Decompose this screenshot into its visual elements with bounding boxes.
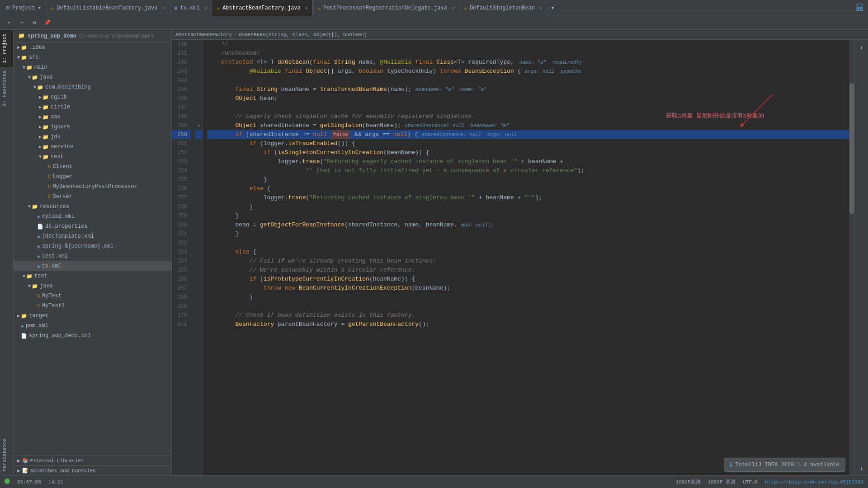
project-side-label[interactable]: 1: Project [0,30,13,67]
tree-item-cycle2[interactable]: ▶ ◈ cycle2.xml [14,211,171,221]
tree-item-com-mashibing[interactable]: ▼ 📁 com.masihibing [14,82,171,92]
java-file-icon-3: ☕ [317,5,321,11]
tree-item-iml[interactable]: ▶ 📄 spring_aop_demo.iml [14,331,171,341]
status-bar: 02:07:08 14:21 1080P高清 1080P 高清 UTF-8 ht… [0,475,868,488]
tree-item-service[interactable]: ▶ 📁 service [14,142,171,152]
tab-close-0[interactable]: ✕ [162,5,165,11]
scroll-bottom-btn[interactable]: ⬇ [855,463,868,475]
project-path: C:\Users\p'c\Desktop\spri [79,33,154,39]
recording-time: 02:07:08 [17,479,41,485]
encoding-label[interactable]: 1080P高清 [676,479,701,485]
tree-item-mybeanfactory[interactable]: ▶ C MyBeanFactoryPostProcessor [14,182,171,192]
favorites-side-label[interactable]: 2: Favorites [0,67,13,110]
logo-icon: 🏛 [855,3,864,14]
scrollbar-thumb[interactable] [849,83,854,214]
code-line-253: logger.trace("Returning eagerly cached i… [207,157,854,166]
debug-242: name: "a" requiredTy [519,58,582,67]
project-panel: 📁 spring_aop_demo C:\Users\p'c\Desktop\s… [14,30,172,475]
tree-item-test-src[interactable]: ▼ 📁 test [14,271,171,281]
tree-item-pom[interactable]: ▶ ◈ pom.xml [14,321,171,331]
tree-item-circle[interactable]: ▶ 📁 circle [14,102,171,112]
toolbar: ↩ ↪ ⚙ 📌 [0,16,868,30]
status-indicator [5,479,10,485]
tree-item-test-java[interactable]: ▼ 📁 java [14,281,171,291]
project-tree: ▶ 📁 .idea ▼ 📁 src ▼ 📁 main [14,42,171,455]
code-line-249: Object sharedInstance = getSingleton(bea… [207,121,854,130]
tree-item-testxml[interactable]: ▶ ◈ test.xml [14,251,171,261]
tree-item-logger[interactable]: ▶ C Logger [14,172,171,182]
tab-default-singleton[interactable]: ☕ DefaultSingletonBean ✕ [459,0,547,16]
vertical-scrollbar[interactable] [849,40,854,475]
code-line-241: /unchecked/ [207,49,854,58]
main-row: 1: Project 2: Favorites Persistence 📁 sp… [0,30,868,475]
url-label[interactable]: https://blog.csdn.net/qq_45100390 [765,479,863,485]
info-icon: ℹ [730,461,732,469]
code-line-242: protected <T> T doGetBean(final String n… [207,58,854,67]
intellij-notification[interactable]: ℹ IntelliJ IDEA 2020.1.4 available [724,458,845,472]
tree-item-dao[interactable]: ▶ 📁 dao [14,112,171,122]
debug-260: mbd: null); [461,221,494,230]
breadcrumb: AbstractBeanFactory › doGetBean(String, … [172,30,868,40]
tree-item-client[interactable]: ▶ C Client [14,162,171,172]
debug-249: sharedInstance: null beanName: "a" [405,121,509,130]
bc-abstractbean: AbstractBeanFactory [175,32,232,38]
external-libraries[interactable]: ▶ 📚 External Libraries [14,455,171,465]
code-line-263: else { [207,248,854,257]
tree-item-src[interactable]: ▼ 📁 src [14,52,171,62]
scratches-consoles[interactable]: ▶ 📝 Scratches and Consoles [14,465,171,475]
tab-close-1[interactable]: ✕ [204,5,207,11]
scroll-top-btn[interactable]: ⬆ [855,42,868,54]
project-folder-icon: 📁 [18,33,25,39]
settings-btn[interactable]: ⚙ [29,18,40,28]
notification-text: IntelliJ IDEA 2020.1.4 available [736,462,840,468]
tab-abstract-bean[interactable]: ☕ AbstractBeanFactory.java ✕ [212,0,313,16]
right-panel: ⬆ ⬇ [854,40,868,475]
tab-close-2[interactable]: ✕ [305,5,308,11]
tree-item-cglib[interactable]: ▶ 📁 cglib [14,92,171,102]
tree-item-main[interactable]: ▼ 📁 main [14,62,171,72]
code-lines[interactable]: */ /unchecked/ protected <T> T doGetBean… [203,40,854,475]
tree-item-target[interactable]: ▶ 📁 target [14,311,171,321]
tab-post-processor[interactable]: ☕ PostProcessorRegistrationDelegate.java… [313,0,459,16]
tree-item-jdk[interactable]: ▶ 📁 jdk [14,132,171,142]
tree-item-txxml[interactable]: ▶ ◈ tx.xml [14,261,171,271]
tree-item-java[interactable]: ▼ 📁 java [14,72,171,82]
project-dropdown-icon[interactable]: ▾ [38,5,41,11]
java-file-icon: ☕ [51,5,54,11]
tree-item-jdbctemplate[interactable]: ▶ ◈ jdbcTemplate.xml [14,231,171,241]
code-line-251: if (logger.isTraceEnabled()) { [207,139,854,148]
code-line-252: if (isSingletonCurrentlyInCreation(beanN… [207,148,854,157]
forward-btn[interactable]: ↪ [16,18,27,28]
code-line-278: // Check if bean definition exists in th… [207,311,854,320]
tree-item-ignore[interactable]: ▶ 📁 ignore [14,122,171,132]
code-line-245: final String beanName = transformedBeanN… [207,85,854,94]
more-tabs-button[interactable]: ▾ [547,4,558,12]
tree-item-mytest[interactable]: ▶ C MyTest [14,291,171,301]
code-content: 240 241 242 243 244 245 246 247 248 249 … [172,40,868,475]
tree-item-idea[interactable]: ▶ 📁 .idea [14,42,171,52]
code-line-265: // We're assumably within a circular ref… [207,266,854,275]
code-line-264: // Fail if we're already creating this b… [207,257,854,266]
code-line-246: Object bean; [207,94,854,103]
tree-item-resources[interactable]: ▼ 📁 resources [14,202,171,211]
tab-close-3[interactable]: ✕ [452,5,454,11]
tree-item-server[interactable]: ▶ C Server [14,192,171,202]
tree-item-test-folder[interactable]: ▼ 📁 test [14,152,171,162]
revert-btn[interactable]: ↩ [4,18,14,28]
code-line-262 [207,239,854,248]
pin-btn[interactable]: 📌 [42,18,52,28]
tab-bar: ⊞ Project ▾ ☕ DefaultListableBeanFactory… [0,0,868,16]
line-separator: 1080P 高清 [708,479,736,485]
code-line-255: } [207,175,854,184]
tree-item-spring-username[interactable]: ▶ ◈ spring-${username}.xml [14,241,171,251]
external-libraries-icon: 📚 [22,458,28,464]
persistence-side-label[interactable]: Persistence [0,435,13,475]
tab-default-listable[interactable]: ☕ DefaultListableBeanFactory.java ✕ [46,0,170,16]
tree-item-dbprops[interactable]: ▶ 📄 db.properties [14,221,171,231]
tab-tx[interactable]: ◈ tx.xml ✕ [170,0,212,16]
tab-close-4[interactable]: ✕ [539,5,542,11]
code-line-266: if (isPrototypeCurrentlyInCreation(beanN… [207,275,854,284]
project-tab[interactable]: ⊞ Project ▾ [2,0,46,16]
tree-item-mytest2[interactable]: ▶ C MyTest2 [14,301,171,311]
code-line-269 [207,302,854,311]
